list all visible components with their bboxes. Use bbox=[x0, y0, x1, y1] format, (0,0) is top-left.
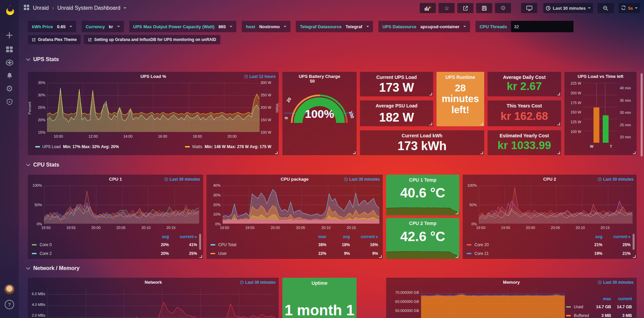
network-chart[interactable] bbox=[47, 289, 275, 318]
cpu2-chart[interactable] bbox=[479, 186, 633, 224]
help-icon[interactable]: ? bbox=[0, 299, 19, 310]
variable-ups-max-output[interactable]: UPS Max Output Power Capacity (Watt) 865 bbox=[129, 21, 237, 32]
legend-sort-current[interactable]: current bbox=[602, 234, 631, 239]
variable-host[interactable]: host Nostromo bbox=[242, 21, 290, 32]
legend-sort-max[interactable]: max bbox=[302, 234, 326, 239]
panel-time-range: Last 30 minutes bbox=[164, 177, 200, 182]
variable-telegraf-datasource[interactable]: Telegraf Datasource Telegraf bbox=[296, 21, 373, 32]
page-scrollbar[interactable] bbox=[641, 73, 643, 156]
panel-ups-battery-gauge: UPS Battery Charge 50 20 0 100 100% bbox=[282, 72, 357, 155]
variable-currency[interactable]: Currency kr bbox=[82, 21, 124, 32]
legend-series-watts[interactable]: Watts Min: 148 W Max: 278 W Avg: 175 W bbox=[185, 144, 271, 149]
dashboard-settings-button[interactable]: ⚙ bbox=[495, 3, 511, 13]
share-dashboard-button[interactable] bbox=[457, 3, 473, 13]
star-dashboard-button[interactable]: ☆ bbox=[439, 3, 455, 13]
legend-series-toggle[interactable]: Core 20 bbox=[467, 242, 579, 247]
tick-label: 50% bbox=[469, 203, 477, 207]
legend-series-toggle[interactable]: CPU Total bbox=[211, 242, 302, 247]
tick-label: 20:05 bbox=[116, 226, 126, 230]
legend-series-toggle[interactable]: Core 0 bbox=[32, 242, 145, 247]
legend-series-toggle[interactable]: Used bbox=[566, 305, 590, 309]
legend-scrollbar[interactable] bbox=[633, 234, 635, 250]
legend-row: Core 0 20% 41% bbox=[32, 240, 197, 249]
y-axis-ticks: 70.000000 GB60.000000 GB50.000000 GB bbox=[388, 290, 419, 318]
legend-sort-current[interactable]: current bbox=[611, 297, 632, 301]
legend-swatch bbox=[35, 146, 40, 147]
section-cpu-stats[interactable]: CPU Stats bbox=[26, 162, 59, 168]
y-axis-ticks: 6.0 MBs4.0 MBs2.0 MBs bbox=[30, 292, 45, 318]
legend-series-toggle[interactable]: User bbox=[211, 251, 302, 256]
zoom-out-time-button[interactable] bbox=[598, 3, 614, 13]
tv-kiosk-mode-button[interactable] bbox=[521, 3, 537, 13]
configuration-gear-icon[interactable]: ⚙ bbox=[0, 83, 19, 94]
panel-avg-daily-cost: Average Daily Cost kr 2.67 bbox=[488, 72, 561, 96]
explore-compass-icon[interactable] bbox=[0, 57, 19, 68]
x-axis-ticks: 10:0012:0014:0016:0018:0020:00 bbox=[54, 134, 237, 138]
legend-sort-avg[interactable]: avg bbox=[326, 234, 350, 239]
legend-sort-avg[interactable]: avg bbox=[145, 234, 169, 239]
cpu-threads-input[interactable] bbox=[511, 21, 573, 32]
save-dashboard-button[interactable] bbox=[476, 3, 492, 13]
add-panel-button[interactable] bbox=[420, 3, 436, 13]
top-navbar: Unraid › Unraid System Dashboard ☆ ⚙ Las… bbox=[19, 0, 644, 16]
variable-kwh-price[interactable]: kWh Price 0.65 bbox=[28, 21, 76, 32]
tick-label: 125 W bbox=[570, 120, 581, 124]
legend-row: Core 20 21% 25% bbox=[467, 240, 631, 249]
legend-series-toggle[interactable]: Core 21 bbox=[467, 251, 579, 256]
legend-row: User 22% 9% 9% bbox=[211, 249, 378, 258]
sidebar: ⚙ ? bbox=[0, 0, 19, 318]
panel-time-range: Last 30 minutes bbox=[598, 177, 634, 182]
legend-row: Core 2 20% 25% bbox=[32, 249, 197, 258]
tick-label: 50% bbox=[35, 203, 42, 207]
ups-load-chart[interactable] bbox=[47, 83, 260, 132]
legend-sort-current[interactable]: current bbox=[169, 234, 197, 239]
legend-series-toggle[interactable]: Core 2 bbox=[32, 251, 145, 256]
y-axis-ticks-left: 225 W200 W175 W150 W125 W100 W bbox=[566, 81, 581, 134]
dashboard-grid-icon[interactable] bbox=[24, 4, 30, 12]
legend-sort-current[interactable]: current bbox=[350, 234, 378, 239]
tick-label: 20:10 bbox=[141, 226, 151, 230]
legend-series-toggle[interactable]: Buffered bbox=[566, 313, 590, 318]
breadcrumb-page-title[interactable]: Unraid System Dashboard bbox=[57, 5, 121, 11]
refresh-interval-label[interactable]: 5s bbox=[628, 6, 633, 11]
stat-value: 1 month 1 bbox=[282, 302, 357, 318]
tick-label: 30% bbox=[38, 93, 45, 97]
panel-cpu1-temp: CPU 1 Temp 40.6 °C bbox=[386, 175, 459, 215]
tick-label: 25% bbox=[38, 105, 45, 109]
tick-label: 19:50 bbox=[41, 226, 51, 230]
template-variables-row: kWh Price 0.65 Currency kr UPS Max Outpu… bbox=[28, 21, 573, 32]
server-admin-shield-icon[interactable] bbox=[0, 96, 19, 107]
panel-current-load-kwh: Current Load kWh 173 kWh bbox=[360, 130, 484, 155]
section-network-memory[interactable]: Network / Memory bbox=[26, 265, 80, 271]
grafana-logo[interactable] bbox=[0, 3, 19, 16]
refresh-icon[interactable] bbox=[621, 5, 626, 11]
legend-sort-max[interactable]: max bbox=[590, 297, 611, 301]
tick-label: 10% bbox=[213, 212, 221, 216]
section-ups-stats[interactable]: UPS Stats bbox=[26, 56, 59, 62]
refresh-controls[interactable]: 5s bbox=[618, 3, 640, 13]
tick-label: 20:15 bbox=[166, 226, 176, 230]
user-avatar[interactable] bbox=[0, 284, 19, 295]
x-axis-ticks: 19:5019:5520:0020:0520:1020:15 bbox=[41, 226, 176, 230]
tick-label: 19:55 bbox=[245, 226, 255, 230]
tick-label: 20% bbox=[38, 118, 45, 122]
legend-scrollbar[interactable] bbox=[199, 234, 201, 250]
alerting-bell-icon[interactable] bbox=[0, 70, 19, 81]
memory-chart[interactable] bbox=[421, 289, 565, 318]
variable-ups-datasource[interactable]: UPS Datasource apcupsd-container bbox=[378, 21, 470, 32]
cpu-package-chart[interactable] bbox=[223, 186, 379, 224]
link-ups-monitoring-guide[interactable]: Setting up Grafana and InfluxDB for UPS … bbox=[84, 35, 220, 44]
create-icon[interactable] bbox=[0, 30, 19, 41]
ups-load-vs-time-chart[interactable] bbox=[583, 83, 617, 143]
time-range-picker[interactable]: Last 30 minutes bbox=[543, 3, 593, 13]
cpu1-chart[interactable] bbox=[44, 186, 199, 224]
dashboards-icon[interactable] bbox=[0, 44, 19, 55]
y-axis-ticks-right: 300 W250 W200 W150 W100 W bbox=[261, 81, 275, 134]
tick-label: 70.000000 GB bbox=[395, 290, 419, 294]
legend-sort-avg[interactable]: avg bbox=[579, 234, 602, 239]
dashboard-picker-caret-icon[interactable] bbox=[124, 7, 126, 9]
breadcrumb-home[interactable]: Unraid bbox=[33, 5, 49, 11]
stat-value: kr 2.67 bbox=[488, 80, 561, 93]
legend-series-ups-load[interactable]: UPS Load Min: 17% Max: 32% Avg: 20% bbox=[35, 144, 119, 149]
link-grafana-plex-theme[interactable]: Grafana Plex Theme bbox=[28, 35, 81, 44]
